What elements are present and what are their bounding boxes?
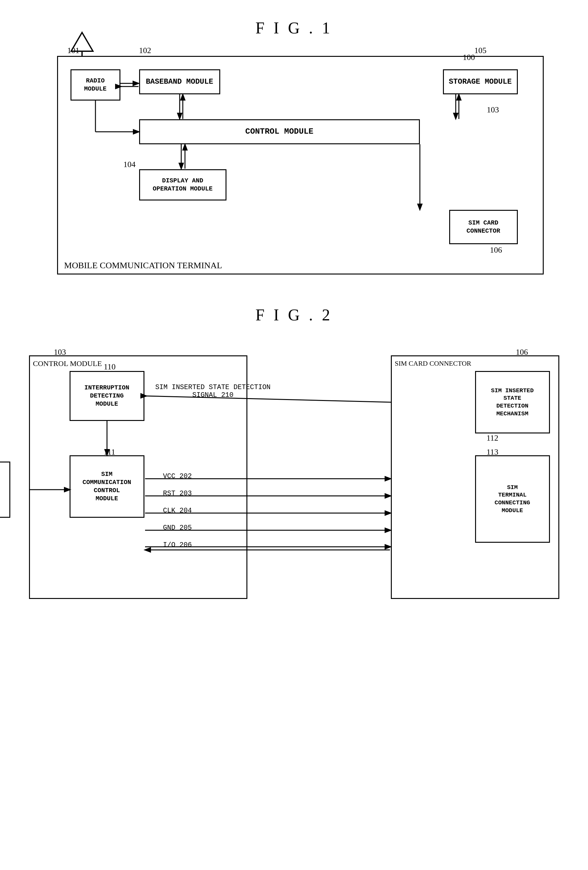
control-module-label: CONTROL MODULE [33, 359, 102, 368]
fig2-ref-103: 103 [54, 347, 66, 357]
mobile-terminal-label: MOBILE COMMUNICATION TERMINAL [64, 261, 223, 270]
sim-terminal-connecting-box: SIM TERMINAL CONNECTING MODULE [475, 455, 550, 543]
fig2-ref-111: 111 [104, 447, 116, 457]
fig1-container: F I G . 1 100 MOBILE COMMUNICATION TERMI… [45, 19, 544, 274]
sig-gnd: GND 205 [163, 524, 226, 532]
radio-module-box: RADIO MODULE [70, 69, 120, 101]
sig-io: I/O 206 [163, 541, 226, 549]
sig-vcc: VCC 202 [163, 472, 226, 480]
page: F I G . 1 100 MOBILE COMMUNICATION TERMI… [0, 0, 588, 870]
sig-clk: CLK 204 [163, 507, 226, 515]
fig1-title: F I G . 1 [255, 19, 333, 37]
sim-connector-label: SIM CARD CONNECTOR [395, 359, 471, 368]
fig2-container: CONTROL MODULE 103 SIM CARD CONNECTOR 10… [29, 337, 559, 618]
ref-103: 103 [487, 105, 499, 115]
fig2-ref-113: 113 [486, 447, 498, 457]
ref-102: 102 [139, 46, 151, 55]
display-module-box: DISPLAY AND OPERATION MODULE [139, 169, 226, 201]
fig2-title: F I G . 2 [255, 306, 333, 324]
fig2-ref-106: 106 [516, 347, 528, 357]
ref-104: 104 [123, 160, 136, 169]
ref-105: 105 [474, 46, 487, 55]
ref-106: 106 [490, 246, 502, 255]
fig2-ref-110: 110 [104, 362, 116, 372]
baseband-module-box: BASEBAND MODULE [139, 69, 220, 94]
interruption-detecting-box: INTERRUPTION DETECTING MODULE [70, 371, 144, 421]
ref-101: 101 [67, 46, 80, 55]
sim-card-connector-box: SIM CARD CONNECTOR [449, 210, 518, 244]
sim-inserted-mechanism-box: SIM INSERTED STATE DETECTION MECHANISM [475, 371, 550, 434]
control-module-box: CONTROL MODULE [139, 119, 420, 144]
sig-rst: RST 203 [163, 490, 226, 498]
fig2-ref-112: 112 [486, 434, 498, 443]
storage-module-box: STORAGE MODULE [443, 69, 518, 94]
sim-comm-control-box: SIM COMMUNICATION CONTROL MODULE [70, 455, 144, 518]
signal-210-text: SIM INSERTED STATE DETECTION SIGNAL 210 [151, 383, 275, 399]
comm-error-box: COMMUNICATION ERROR DETECTING MODULE [0, 462, 10, 518]
fig1-outer-box: MOBILE COMMUNICATION TERMINAL 101 102 10… [57, 56, 544, 274]
